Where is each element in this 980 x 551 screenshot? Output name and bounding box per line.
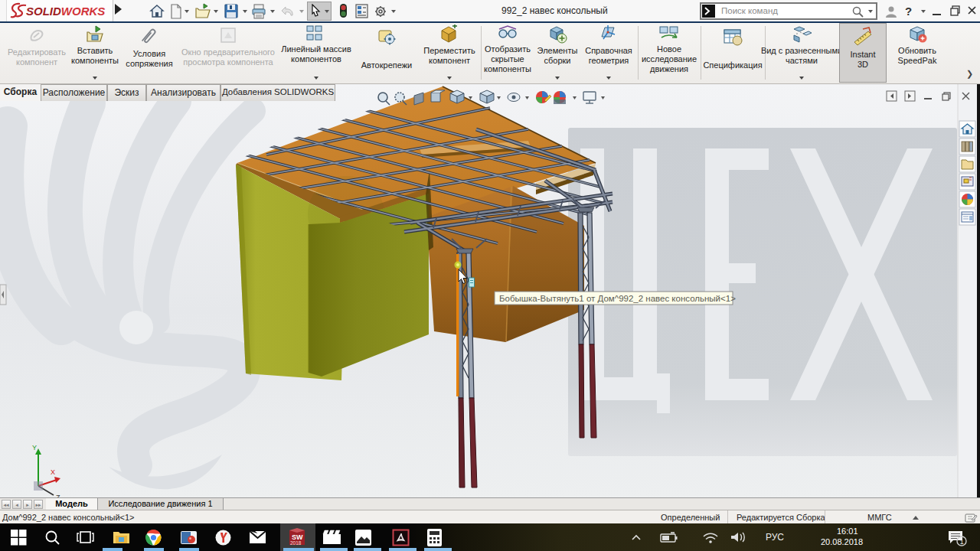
svg-text:Бобышка-Вытянуть1 от Дом^992_2: Бобышка-Вытянуть1 от Дом^992_2 навес кон…: [499, 294, 736, 303]
svg-text:X: X: [51, 468, 55, 476]
svg-text:2018: 2018: [290, 540, 302, 546]
svg-text:Y: Y: [32, 444, 37, 452]
svg-text:1: 1: [960, 538, 964, 546]
